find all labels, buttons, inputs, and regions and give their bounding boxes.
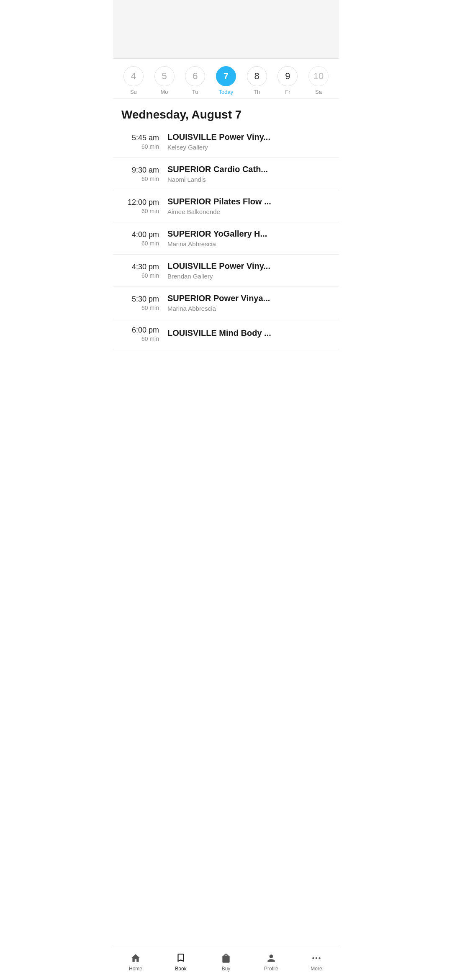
class-item[interactable]: 12:00 pm 60 min SUPERIOR Pilates Flow ..… — [113, 190, 339, 222]
class-list: 5:45 am 60 min LOUISVILLE Power Viny... … — [113, 126, 339, 391]
class-time-value: 9:30 am — [121, 166, 159, 175]
nav-item-profile[interactable]: Profile — [249, 952, 294, 972]
class-info: SUPERIOR Cardio Cath... Naomi Landis — [167, 165, 331, 183]
class-duration: 60 min — [121, 208, 159, 214]
class-item[interactable]: 5:30 pm 60 min SUPERIOR Power Vinya... M… — [113, 287, 339, 319]
top-spacer — [113, 0, 339, 59]
day-label: Su — [130, 89, 137, 95]
day-number: 8 — [247, 66, 267, 86]
day-number: 6 — [185, 66, 205, 86]
class-info: SUPERIOR Power Vinya... Marina Abbrescia — [167, 294, 331, 312]
svg-point-0 — [312, 957, 314, 959]
day-label: Sa — [315, 89, 322, 95]
day-number: 4 — [123, 66, 144, 86]
class-item[interactable]: 5:45 am 60 min LOUISVILLE Power Viny... … — [113, 126, 339, 158]
class-time: 9:30 am 60 min — [121, 166, 167, 182]
buy-icon — [220, 952, 232, 964]
class-instructor: Aimee Balkenende — [167, 208, 331, 215]
class-time: 12:00 pm 60 min — [121, 198, 167, 214]
calendar-strip: 4Su5Mo6Tu7Today8Th9Fr10Sa — [113, 59, 339, 99]
class-item[interactable]: 4:30 pm 60 min LOUISVILLE Power Viny... … — [113, 255, 339, 287]
class-info: LOUISVILLE Mind Body ... — [167, 328, 331, 340]
calendar-day-4[interactable]: 4Su — [123, 66, 144, 95]
more-icon — [311, 952, 322, 964]
class-info: LOUISVILLE Power Viny... Brendan Gallery — [167, 261, 331, 280]
class-instructor: Marina Abbrescia — [167, 240, 331, 248]
nav-item-home[interactable]: Home — [113, 952, 158, 972]
class-time: 5:30 pm 60 min — [121, 295, 167, 311]
class-info: LOUISVILLE Power Viny... Kelsey Gallery — [167, 132, 331, 151]
calendar-day-9[interactable]: 9Fr — [277, 66, 298, 95]
class-name: SUPERIOR Pilates Flow ... — [167, 197, 331, 206]
calendar-day-10[interactable]: 10Sa — [308, 66, 329, 95]
class-name: SUPERIOR Cardio Cath... — [167, 165, 331, 174]
nav-label-more: More — [311, 966, 322, 972]
class-time: 6:00 pm 60 min — [121, 326, 167, 342]
day-number: 5 — [154, 66, 175, 86]
class-duration: 60 min — [121, 304, 159, 311]
profile-icon — [265, 952, 277, 964]
class-item[interactable]: 4:00 pm 60 min SUPERIOR YoGallery H... M… — [113, 222, 339, 255]
svg-point-1 — [316, 957, 317, 959]
class-name: LOUISVILLE Power Viny... — [167, 261, 331, 271]
class-time-value: 5:30 pm — [121, 295, 159, 304]
nav-item-more[interactable]: More — [294, 952, 339, 972]
nav-label-home: Home — [129, 966, 142, 972]
class-item[interactable]: 9:30 am 60 min SUPERIOR Cardio Cath... N… — [113, 158, 339, 190]
nav-label-book: Book — [175, 966, 186, 972]
class-time-value: 6:00 pm — [121, 326, 159, 335]
class-time-value: 12:00 pm — [121, 198, 159, 207]
class-time: 4:00 pm 60 min — [121, 230, 167, 247]
calendar-day-7[interactable]: 7Today — [215, 66, 237, 95]
bottom-nav: Home Book Buy Profile More — [113, 948, 339, 980]
page-title: Wednesday, August 7 — [113, 99, 339, 126]
class-time-value: 4:00 pm — [121, 230, 159, 239]
class-duration: 60 min — [121, 335, 159, 342]
class-info: SUPERIOR Pilates Flow ... Aimee Balkenen… — [167, 197, 331, 215]
class-duration: 60 min — [121, 240, 159, 247]
nav-label-profile: Profile — [264, 966, 278, 972]
home-icon — [130, 952, 141, 964]
calendar-day-8[interactable]: 8Th — [246, 66, 268, 95]
class-time: 5:45 am 60 min — [121, 134, 167, 150]
class-time-value: 5:45 am — [121, 134, 159, 142]
class-item[interactable]: 6:00 pm 60 min LOUISVILLE Mind Body ... — [113, 319, 339, 349]
class-name: SUPERIOR Power Vinya... — [167, 294, 331, 303]
day-number: 7 — [216, 66, 236, 86]
svg-point-2 — [318, 957, 320, 959]
class-duration: 60 min — [121, 272, 159, 279]
day-label: Th — [254, 89, 260, 95]
nav-item-buy[interactable]: Buy — [203, 952, 249, 972]
book-icon — [175, 952, 187, 964]
class-duration: 60 min — [121, 143, 159, 150]
class-name: LOUISVILLE Mind Body ... — [167, 328, 331, 338]
class-info: SUPERIOR YoGallery H... Marina Abbrescia — [167, 229, 331, 248]
calendar-day-6[interactable]: 6Tu — [184, 66, 206, 95]
class-name: LOUISVILLE Power Viny... — [167, 132, 331, 142]
day-label: Mo — [161, 89, 168, 95]
day-label: Fr — [285, 89, 290, 95]
day-label: Today — [219, 89, 234, 95]
class-instructor: Naomi Landis — [167, 176, 331, 183]
class-instructor: Marina Abbrescia — [167, 305, 331, 312]
day-number: 9 — [277, 66, 298, 86]
nav-label-buy: Buy — [222, 966, 231, 972]
day-label: Tu — [192, 89, 198, 95]
class-time-value: 4:30 pm — [121, 263, 159, 271]
class-name: SUPERIOR YoGallery H... — [167, 229, 331, 239]
class-instructor: Brendan Gallery — [167, 273, 331, 280]
nav-item-book[interactable]: Book — [158, 952, 203, 972]
class-duration: 60 min — [121, 175, 159, 182]
calendar-day-5[interactable]: 5Mo — [154, 66, 175, 95]
class-time: 4:30 pm 60 min — [121, 263, 167, 279]
class-instructor: Kelsey Gallery — [167, 144, 331, 151]
day-number: 10 — [308, 66, 329, 86]
